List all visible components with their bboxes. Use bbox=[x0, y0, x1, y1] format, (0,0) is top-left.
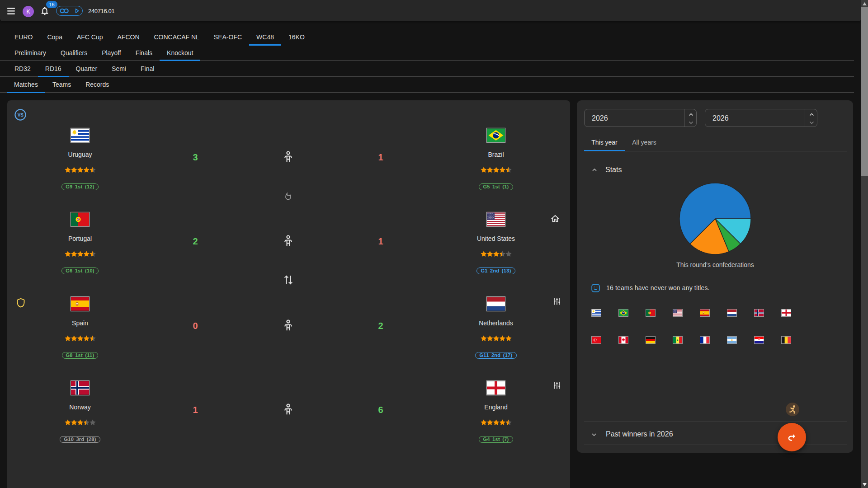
svg-text:VS: VS bbox=[18, 113, 24, 117]
